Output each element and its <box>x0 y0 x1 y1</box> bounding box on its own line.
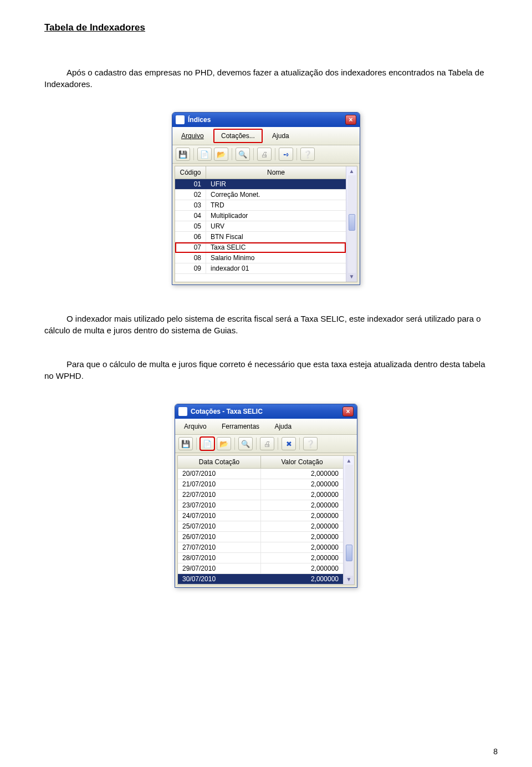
help-icon[interactable]: ❔ <box>300 148 315 161</box>
cell-valor: 2,000000 <box>261 479 343 489</box>
cell-data: 25/07/2010 <box>178 521 261 531</box>
table-row[interactable]: 09indexador 01 <box>175 263 346 274</box>
save-icon[interactable]: 💾 <box>178 437 193 450</box>
cotacoes-table: Data Cotação Valor Cotação 20/07/20102,0… <box>177 455 355 585</box>
table-row[interactable]: 28/07/20102,000000 <box>178 553 343 563</box>
scroll-thumb[interactable] <box>349 214 355 231</box>
cell-nome: URV <box>206 221 346 231</box>
table-row[interactable]: 08Salario Minimo <box>175 253 346 263</box>
scrollbar[interactable]: ▲ ▼ <box>346 166 357 282</box>
cell-data: 30/07/2010 <box>178 574 261 584</box>
table-row[interactable]: 25/07/20102,000000 <box>178 521 343 532</box>
paragraph-intro: Após o cadastro das empresas no PHD, dev… <box>44 67 488 90</box>
search-icon[interactable]: 🔍 <box>238 437 253 450</box>
cell-valor: 2,000000 <box>261 542 343 552</box>
col-codigo[interactable]: Código <box>175 166 206 179</box>
scrollbar[interactable]: ▲ ▼ <box>343 456 354 585</box>
cell-data: 21/07/2010 <box>178 479 261 489</box>
menu-ajuda[interactable]: Ajuda <box>268 420 298 433</box>
menu-ferramentas[interactable]: Ferramentas <box>215 420 266 433</box>
open-folder-icon[interactable]: 📂 <box>214 148 228 161</box>
save-icon[interactable]: 💾 <box>176 148 190 161</box>
scroll-thumb[interactable] <box>346 545 352 561</box>
delete-icon[interactable]: ✖ <box>282 437 296 450</box>
new-icon[interactable]: 📄 <box>200 437 214 450</box>
cell-data: 28/07/2010 <box>178 553 261 563</box>
col-valor-cotacao[interactable]: Valor Cotação <box>261 456 343 468</box>
help-icon[interactable]: ❔ <box>303 437 318 450</box>
table-row[interactable]: 07Taxa SELIC <box>175 242 346 253</box>
cell-valor: 2,000000 <box>261 532 343 542</box>
indices-window: Índices × Arquivo Cotações... Ajuda 💾 📄 … <box>172 112 360 285</box>
cotacoes-window: Cotações - Taxa SELIC × Arquivo Ferramen… <box>175 404 357 588</box>
cell-nome: TRD <box>206 200 346 210</box>
menubar: Arquivo Cotações... Ajuda <box>172 127 360 145</box>
menu-cotacoes[interactable]: Cotações... <box>213 129 263 143</box>
table-row[interactable]: 05URV <box>175 221 346 232</box>
cell-data: 20/07/2010 <box>178 469 261 479</box>
table-row[interactable]: 26/07/20102,000000 <box>178 532 343 542</box>
app-icon <box>178 407 187 416</box>
print-icon[interactable]: 🖨 <box>257 148 272 161</box>
print-icon[interactable]: 🖨 <box>260 437 274 450</box>
scroll-up-icon[interactable]: ▲ <box>345 457 353 465</box>
table-row[interactable]: 04Multiplicador <box>175 211 346 221</box>
window-title: Cotações - Taxa SELIC <box>191 408 342 415</box>
col-data-cotacao[interactable]: Data Cotação <box>178 456 261 468</box>
window-title: Índices <box>188 116 345 124</box>
cell-codigo: 01 <box>175 179 206 189</box>
scroll-down-icon[interactable]: ▼ <box>345 576 353 583</box>
menu-arquivo[interactable]: Arquivo <box>175 130 211 142</box>
table-row[interactable]: 21/07/20102,000000 <box>178 479 343 490</box>
cell-codigo: 04 <box>175 211 206 221</box>
cell-valor: 2,000000 <box>261 574 343 584</box>
cell-data: 22/07/2010 <box>178 490 261 500</box>
scroll-up-icon[interactable]: ▲ <box>348 167 356 175</box>
cell-codigo: 05 <box>175 221 206 231</box>
cell-nome: Salario Minimo <box>206 253 346 263</box>
table-header: Código Nome <box>175 166 346 179</box>
close-icon[interactable]: × <box>345 115 356 125</box>
cell-data: 24/07/2010 <box>178 511 261 521</box>
window-titlebar[interactable]: Índices × <box>172 113 360 127</box>
search-icon[interactable]: 🔍 <box>236 148 250 161</box>
indices-table: Código Nome 01UFIR02Correção Monet.03TRD… <box>175 166 357 282</box>
close-icon[interactable]: × <box>342 407 354 416</box>
cell-nome: Multiplicador <box>206 211 346 221</box>
new-icon[interactable]: 📄 <box>197 148 212 161</box>
cell-codigo: 07 <box>175 242 206 252</box>
cell-codigo: 06 <box>175 232 206 242</box>
open-folder-icon[interactable]: 📂 <box>217 437 231 450</box>
table-row[interactable]: 20/07/20102,000000 <box>178 469 343 479</box>
menu-ajuda[interactable]: Ajuda <box>265 130 296 142</box>
table-row[interactable]: 29/07/20102,000000 <box>178 563 343 574</box>
menubar: Arquivo Ferramentas Ajuda <box>175 419 357 435</box>
table-row[interactable]: 01UFIR <box>175 179 346 190</box>
menu-arquivo[interactable]: Arquivo <box>177 420 213 433</box>
cell-nome: Taxa SELIC <box>206 242 346 252</box>
cell-nome: indexador 01 <box>206 263 346 273</box>
cell-codigo: 02 <box>175 190 206 200</box>
cell-valor: 2,000000 <box>261 500 343 510</box>
window-titlebar[interactable]: Cotações - Taxa SELIC × <box>175 404 357 419</box>
table-row[interactable]: 02Correção Monet. <box>175 190 346 200</box>
table-row[interactable]: 03TRD <box>175 200 346 211</box>
cell-nome: Correção Monet. <box>206 190 346 200</box>
table-row[interactable]: 23/07/20102,000000 <box>178 500 343 511</box>
toolbar: 💾 📄 📂 🔍 🖨 ✖ ❔ <box>175 435 357 453</box>
scroll-down-icon[interactable]: ▼ <box>348 273 356 281</box>
paragraph-selic: O indexador mais utilizado pelo sistema … <box>44 313 488 336</box>
cell-data: 23/07/2010 <box>178 500 261 510</box>
col-nome[interactable]: Nome <box>206 166 346 179</box>
table-row[interactable]: 27/07/20102,000000 <box>178 542 343 553</box>
table-row[interactable]: 22/07/20102,000000 <box>178 490 343 500</box>
table-row[interactable]: 24/07/20102,000000 <box>178 511 343 521</box>
cell-data: 29/07/2010 <box>178 563 261 573</box>
cell-valor: 2,000000 <box>261 563 343 573</box>
table-row[interactable]: 06BTN Fiscal <box>175 232 346 242</box>
cell-valor: 2,000000 <box>261 511 343 521</box>
action-icon[interactable]: ➺ <box>279 148 293 161</box>
table-row[interactable]: 30/07/20102,000000 <box>178 574 343 585</box>
cell-valor: 2,000000 <box>261 490 343 500</box>
cell-nome: BTN Fiscal <box>206 232 346 242</box>
